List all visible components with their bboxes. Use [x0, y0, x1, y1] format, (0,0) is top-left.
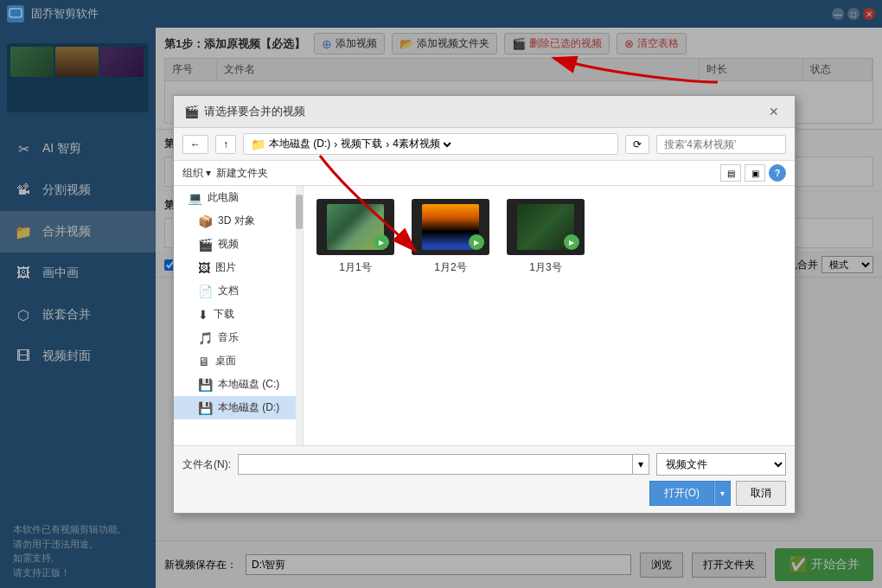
tree-label-downloads: 下载: [214, 307, 234, 322]
music-icon: 🎵: [198, 331, 213, 345]
tree-item-3d[interactable]: 📦 3D 对象: [174, 209, 296, 233]
play-badge-2: ▶: [469, 234, 484, 250]
film-holes-left-1: [321, 201, 325, 253]
tree-label-music: 音乐: [218, 330, 239, 345]
file-name-3: 1月3号: [529, 260, 561, 275]
hole: [511, 245, 515, 249]
tree-item-computer[interactable]: 💻 此电脑: [174, 186, 296, 209]
file-thumb-3: ▶: [507, 199, 585, 255]
hole: [321, 205, 325, 209]
tree-item-downloads[interactable]: ⬇ 下载: [174, 303, 296, 326]
file-item-1[interactable]: ▶ 1月1号: [316, 199, 394, 275]
downloads-icon: ⬇: [198, 308, 208, 322]
filetype-select[interactable]: 视频文件: [656, 453, 786, 476]
breadcrumb-sep2: ›: [386, 138, 389, 150]
file-tree-items: 💻 此电脑 📦 3D 对象 🎬 视频 🖼 图片: [174, 186, 296, 445]
file-name-2: 1月2号: [434, 260, 466, 275]
tree-label-drive-d: 本地磁盘 (D:): [218, 400, 279, 415]
filename-label: 文件名(N):: [182, 457, 231, 472]
breadcrumb-part1: 本地磁盘 (D:): [269, 137, 330, 151]
hole: [576, 205, 580, 209]
open-btn-wrap: 打开(O) ▾: [649, 481, 731, 506]
organize-label: 组织 ▾: [182, 166, 211, 181]
file-select-dialog: 🎬 请选择要合并的视频 ✕ ← ↑ 📁 本地磁盘 (D:) › 视频下载 › 4…: [173, 95, 796, 514]
dialog-close-button[interactable]: ✕: [764, 103, 784, 120]
tree-item-drive-c[interactable]: 💾 本地磁盘 (C:): [174, 373, 296, 396]
hole: [416, 245, 420, 249]
dialog-action-row: 打开(O) ▾ 取消: [182, 481, 786, 506]
tree-label-desktop: 桌面: [215, 354, 236, 368]
film-holes-left-3: [511, 201, 515, 253]
tree-label-docs: 文档: [218, 284, 239, 298]
tree-item-pictures[interactable]: 🖼 图片: [174, 256, 296, 279]
hole: [511, 218, 515, 222]
help-icon: ?: [775, 168, 781, 178]
hole: [416, 205, 420, 209]
dialog-toolbar: ← ↑ 📁 本地磁盘 (D:) › 视频下载 › 4素材视频 ⟳: [174, 128, 795, 161]
dialog-overlay: 🎬 请选择要合并的视频 ✕ ← ↑ 📁 本地磁盘 (D:) › 视频下载 › 4…: [0, 0, 882, 588]
search-input[interactable]: [656, 135, 786, 154]
filename-input-wrap: ▾: [238, 454, 649, 475]
hole: [416, 218, 420, 222]
hole: [321, 232, 325, 236]
breadcrumb-part2: 视频下载: [341, 137, 382, 151]
hole: [511, 205, 515, 209]
refresh-button[interactable]: ⟳: [625, 135, 649, 154]
filename-row: 文件名(N): ▾ 视频文件: [182, 453, 786, 476]
help-button[interactable]: ?: [769, 164, 786, 182]
tree-item-video[interactable]: 🎬 视频: [174, 233, 296, 256]
tree-label-video: 视频: [218, 237, 239, 252]
dialog-logo-icon: 🎬: [184, 105, 199, 118]
dialog-title-area: 🎬 请选择要合并的视频: [184, 104, 305, 119]
open-button[interactable]: 打开(O): [649, 481, 714, 506]
file-item-2[interactable]: ▶ 1月2号: [412, 199, 489, 275]
view-mode-button[interactable]: ▤: [720, 164, 741, 182]
file-item-3[interactable]: ▶ 1月3号: [507, 199, 585, 275]
open-dropdown-button[interactable]: ▾: [714, 481, 731, 506]
hole: [481, 205, 485, 209]
file-thumb-2: ▶: [412, 199, 489, 255]
breadcrumb-sep1: ›: [334, 138, 337, 150]
dialog-bottom: 文件名(N): ▾ 视频文件 打开(O) ▾ 取消: [174, 445, 795, 513]
back-button[interactable]: ←: [182, 135, 208, 154]
hole: [321, 245, 325, 249]
tree-label-drive-c: 本地磁盘 (C:): [218, 377, 279, 392]
tree-item-drive-d[interactable]: 💾 本地磁盘 (D:): [174, 396, 296, 419]
tree-label-3d: 3D 对象: [218, 214, 255, 228]
tree-item-music[interactable]: 🎵 音乐: [174, 326, 296, 349]
desktop-icon: 🖥: [198, 355, 210, 368]
dialog-body: 💻 此电脑 📦 3D 对象 🎬 视频 🖼 图片: [174, 186, 795, 445]
file-thumb-1: ▶: [316, 199, 394, 255]
dialog-view-toolbar: 组织 ▾ 新建文件夹 ▤ ▣ ?: [174, 161, 795, 186]
tree-scrollbar-thumb: [296, 195, 303, 229]
breadcrumb-part3: 4素材视频: [393, 137, 440, 151]
file-tree: 💻 此电脑 📦 3D 对象 🎬 视频 🖼 图片: [174, 186, 304, 445]
film-holes-left-2: [416, 201, 420, 253]
3d-icon: 📦: [198, 214, 213, 228]
up-button[interactable]: ↑: [215, 135, 236, 154]
hole: [386, 218, 390, 222]
cancel-button[interactable]: 取消: [736, 481, 786, 506]
drive-d-icon: 💾: [198, 401, 213, 415]
file-grid: ▶ 1月1号: [304, 186, 795, 445]
filename-input[interactable]: [238, 454, 633, 475]
breadcrumb-folder-icon: 📁: [251, 137, 265, 151]
filename-dropdown-icon[interactable]: ▾: [633, 454, 649, 475]
view-list-button[interactable]: ▣: [745, 164, 765, 182]
breadcrumb-bar[interactable]: 📁 本地磁盘 (D:) › 视频下载 › 4素材视频: [243, 133, 618, 155]
breadcrumb-dropdown[interactable]: [444, 138, 454, 150]
tree-label-computer: 此电脑: [208, 190, 239, 205]
tree-scrollbar[interactable]: [296, 186, 303, 445]
hole: [511, 232, 515, 236]
hole: [481, 232, 485, 236]
tree-item-docs[interactable]: 📄 文档: [174, 279, 296, 303]
tree-item-desktop[interactable]: 🖥 桌面: [174, 349, 296, 373]
organize-button[interactable]: 组织 ▾: [182, 166, 211, 181]
play-badge-3: ▶: [564, 234, 579, 250]
hole: [386, 232, 390, 236]
tree-label-pictures: 图片: [215, 260, 236, 275]
play-badge-1: ▶: [374, 234, 389, 250]
hole: [481, 218, 485, 222]
hole: [576, 232, 580, 236]
new-folder-button[interactable]: 新建文件夹: [216, 166, 268, 181]
